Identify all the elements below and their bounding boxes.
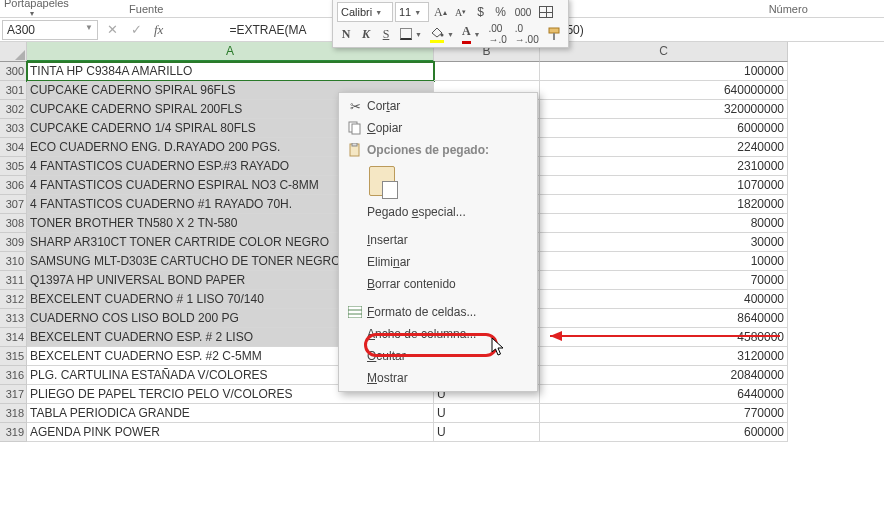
cell[interactable]: 6440000 <box>540 385 788 404</box>
table-format-icon[interactable] <box>536 2 556 22</box>
svg-marker-11 <box>550 331 562 341</box>
cell[interactable]: 6000000 <box>540 119 788 138</box>
thousands-button[interactable]: 000 <box>512 2 535 22</box>
cell[interactable]: 2240000 <box>540 138 788 157</box>
row-header[interactable]: 304 <box>0 138 27 157</box>
cell[interactable]: 600000 <box>540 423 788 442</box>
paste-header-icon <box>343 143 367 157</box>
accept-formula-icon[interactable]: ✓ <box>124 22 148 37</box>
cell[interactable]: 80000 <box>540 214 788 233</box>
cell[interactable]: 70000 <box>540 271 788 290</box>
svg-rect-2 <box>553 33 555 40</box>
name-box[interactable]: A300▼ <box>2 20 98 40</box>
cell[interactable] <box>434 62 540 81</box>
cell[interactable]: 10000 <box>540 252 788 271</box>
cell[interactable]: 2310000 <box>540 157 788 176</box>
table-row: AGENDA PINK POWERU600000 <box>27 423 884 442</box>
row-header[interactable]: 310 <box>0 252 27 271</box>
underline-button[interactable]: S <box>377 24 395 44</box>
row-header[interactable]: 313 <box>0 309 27 328</box>
row-header[interactable]: 315 <box>0 347 27 366</box>
menu-paste-special[interactable]: Pegado especial... <box>339 201 537 223</box>
ribbon-label-number: Número <box>692 3 884 15</box>
decrease-font-icon[interactable]: A▾ <box>452 2 470 22</box>
cell[interactable]: 1070000 <box>540 176 788 195</box>
svg-point-0 <box>440 33 443 36</box>
italic-button[interactable]: K <box>357 24 375 44</box>
fx-icon[interactable]: fx <box>154 22 163 38</box>
menu-column-width[interactable]: Ancho de columna... <box>339 323 537 345</box>
cell[interactable]: 770000 <box>540 404 788 423</box>
menu-paste-options-header: Opciones de pegado: <box>339 139 537 161</box>
cell[interactable]: 1820000 <box>540 195 788 214</box>
svg-rect-4 <box>352 124 360 134</box>
cell[interactable]: U <box>434 404 540 423</box>
paste-icon <box>369 166 395 196</box>
ribbon-label-font: Fuente <box>60 3 232 15</box>
select-all-corner[interactable] <box>0 42 27 62</box>
bold-button[interactable]: N <box>337 24 355 44</box>
row-header[interactable]: 317 <box>0 385 27 404</box>
row-header[interactable]: 311 <box>0 271 27 290</box>
decrease-decimal-icon[interactable]: .0→.00 <box>512 24 542 44</box>
menu-cut[interactable]: ✂ Cortar <box>339 95 537 117</box>
cell[interactable]: TABLA PERIODICA GRANDE <box>27 404 434 423</box>
table-row: TINTA HP C9384A AMARILLO100000 <box>27 62 884 81</box>
cell[interactable]: 400000 <box>540 290 788 309</box>
row-header[interactable]: 306 <box>0 176 27 195</box>
cell[interactable]: U <box>434 423 540 442</box>
increase-font-icon[interactable]: A▴ <box>431 2 450 22</box>
annotation-arrow <box>530 326 790 346</box>
format-cells-icon <box>343 306 367 318</box>
mini-font-select[interactable]: Calibri▼ <box>337 2 393 22</box>
row-header[interactable]: 302 <box>0 100 27 119</box>
cell[interactable]: AGENDA PINK POWER <box>27 423 434 442</box>
font-color-button[interactable]: A▼ <box>459 24 484 44</box>
row-header[interactable]: 318 <box>0 404 27 423</box>
format-painter-icon[interactable] <box>544 24 564 44</box>
percent-button[interactable]: % <box>492 2 510 22</box>
row-headers: 3003013023033043053063073083093103113123… <box>0 62 27 442</box>
row-header[interactable]: 309 <box>0 233 27 252</box>
menu-paste-default[interactable] <box>339 161 537 201</box>
menu-delete[interactable]: Eliminar <box>339 251 537 273</box>
mini-size-select[interactable]: 11▼ <box>395 2 429 22</box>
cell[interactable]: 20840000 <box>540 366 788 385</box>
cell[interactable]: 640000000 <box>540 81 788 100</box>
menu-show[interactable]: Mostrar <box>339 367 537 389</box>
mini-toolbar: Calibri▼ 11▼ A▴ A▾ $ % 000 N K S ▼ ▼ A▼ … <box>332 0 569 48</box>
increase-decimal-icon[interactable]: .00→.0 <box>485 24 509 44</box>
menu-clear-contents[interactable]: Borrar contenido <box>339 273 537 295</box>
menu-copy[interactable]: Copiar <box>339 117 537 139</box>
row-header[interactable]: 312 <box>0 290 27 309</box>
border-button[interactable]: ▼ <box>397 24 425 44</box>
svg-rect-7 <box>348 306 362 318</box>
menu-hide[interactable]: Ocultar <box>339 345 537 367</box>
menu-format-cells[interactable]: Formato de celdas... <box>339 301 537 323</box>
row-header[interactable]: 316 <box>0 366 27 385</box>
row-header[interactable]: 308 <box>0 214 27 233</box>
currency-button[interactable]: $ <box>472 2 490 22</box>
context-menu: ✂ Cortar Copiar Opciones de pegado: Pega… <box>338 92 538 392</box>
fill-color-button[interactable]: ▼ <box>427 24 457 44</box>
row-header[interactable]: 307 <box>0 195 27 214</box>
row-header[interactable]: 303 <box>0 119 27 138</box>
cell[interactable]: 30000 <box>540 233 788 252</box>
row-header[interactable]: 305 <box>0 157 27 176</box>
row-header[interactable]: 319 <box>0 423 27 442</box>
svg-rect-1 <box>549 28 559 33</box>
row-header[interactable]: 301 <box>0 81 27 100</box>
cut-icon: ✂ <box>343 99 367 114</box>
cell[interactable]: 3120000 <box>540 347 788 366</box>
cell[interactable]: 100000 <box>540 62 788 81</box>
cell[interactable]: TINTA HP C9384A AMARILLO <box>27 62 434 81</box>
copy-icon <box>343 121 367 135</box>
row-header[interactable]: 314 <box>0 328 27 347</box>
row-header[interactable]: 300 <box>0 62 27 81</box>
mouse-cursor-icon <box>491 337 507 357</box>
cell[interactable]: 320000000 <box>540 100 788 119</box>
column-header-c[interactable]: C <box>540 42 788 62</box>
svg-rect-6 <box>352 143 357 146</box>
cancel-formula-icon[interactable]: ✕ <box>100 22 124 37</box>
menu-insert[interactable]: Insertar <box>339 229 537 251</box>
